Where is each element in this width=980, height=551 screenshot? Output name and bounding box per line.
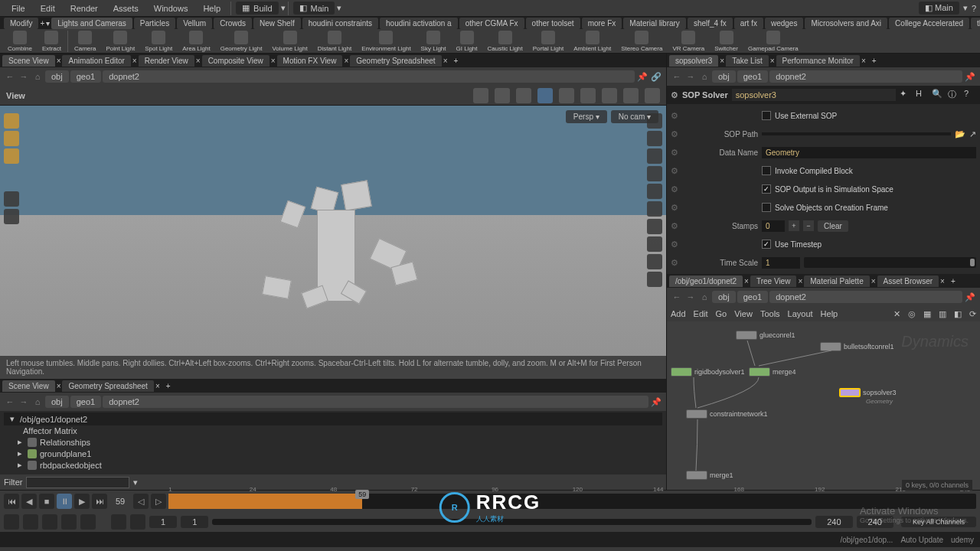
range-icon[interactable] — [61, 514, 77, 530]
tool-skylight[interactable]: Sky Light — [417, 30, 450, 53]
checkbox-sop-sim[interactable]: ✓ — [762, 184, 771, 194]
tool-combine[interactable]: Combine — [4, 30, 36, 53]
current-frame[interactable]: 59 — [109, 495, 131, 507]
desktop-dropdown[interactable]: ▦ Build — [236, 2, 278, 15]
node-sopsolver[interactable]: sopsolver3 — [839, 388, 897, 397]
crumb-dopnet2[interactable]: dopnet2 — [769, 70, 962, 83]
vtool-icon[interactable] — [647, 201, 662, 217]
crumb-geo1[interactable]: geo1 — [737, 70, 768, 83]
forward-icon[interactable]: → — [18, 70, 30, 83]
tab-animeditor[interactable]: Animation Editor — [62, 55, 130, 67]
vh-icon[interactable] — [473, 88, 488, 103]
tab-geospread[interactable]: Geometry Spreadsheet — [62, 380, 153, 392]
tool-gamepad[interactable]: Gamepad Camera — [744, 30, 802, 53]
forward-icon[interactable]: → — [18, 396, 30, 408]
scene-dropdown[interactable]: ◧ Main — [919, 2, 959, 15]
back-icon[interactable]: ← — [671, 70, 683, 83]
net-icon[interactable]: ◧ — [954, 309, 962, 319]
tab-compositeview[interactable]: Composite View — [202, 55, 270, 67]
crumb-obj[interactable]: obj — [712, 70, 736, 83]
net-layout[interactable]: Layout — [788, 309, 813, 318]
pin-icon[interactable]: 📌 — [964, 70, 976, 83]
camera-dropdown[interactable]: No cam ▾ — [611, 110, 658, 123]
forward-icon[interactable]: → — [684, 291, 697, 303]
vh-icon[interactable] — [580, 88, 596, 103]
vh-icon[interactable] — [559, 88, 574, 103]
input-stamps[interactable]: 0 — [762, 220, 785, 232]
link-icon[interactable]: 🔗 — [650, 70, 662, 83]
node-merge1[interactable]: merge1 — [686, 471, 733, 480]
first-frame-button[interactable]: ⏮ — [4, 494, 19, 509]
vh-icon[interactable] — [602, 88, 617, 103]
node-glueconrel[interactable]: glueconrel1 — [736, 331, 795, 340]
home-icon[interactable]: ⌂ — [31, 70, 44, 83]
checkbox-use-external[interactable] — [762, 111, 771, 120]
chevron-down-icon[interactable]: ▾ — [133, 478, 138, 487]
gear-icon[interactable]: ⚙ — [671, 221, 681, 231]
filter-input[interactable] — [26, 477, 129, 488]
tab-assetbrowser[interactable]: Asset Browser — [877, 276, 939, 287]
stop-button[interactable]: ■ — [39, 494, 54, 509]
range-track[interactable] — [212, 519, 812, 525]
menu-assets[interactable]: Assets — [106, 2, 146, 15]
home-icon[interactable]: ⌂ — [698, 291, 710, 303]
jump-icon[interactable]: ↗ — [969, 129, 976, 139]
shelf-tab[interactable]: more Fx — [582, 18, 622, 29]
tool-distantlight[interactable]: Distant Light — [314, 30, 355, 53]
shelf-tab[interactable]: other toolset — [526, 18, 580, 29]
gear-icon[interactable] — [645, 88, 660, 103]
tool-ambientlight[interactable]: Ambient Light — [570, 30, 615, 53]
tool-geolight[interactable]: Geometry Light — [217, 30, 266, 53]
vh-icon[interactable] — [495, 88, 510, 103]
shelf-tab[interactable]: Microsolvers and Axi — [805, 18, 887, 29]
timeline-marker[interactable]: 59 — [355, 490, 369, 499]
tool-stereocam[interactable]: Stereo Camera — [617, 30, 666, 53]
tool-causticlight[interactable]: Caustic Light — [484, 30, 527, 53]
tab-geospread[interactable]: Geometry Spreadsheet — [350, 55, 441, 67]
net-icon[interactable]: ◎ — [908, 309, 916, 319]
open-icon[interactable]: 📂 — [955, 129, 965, 139]
back-icon[interactable]: ← — [671, 291, 683, 303]
range-icon[interactable] — [42, 514, 57, 530]
gear-icon[interactable]: ⚙ — [671, 184, 681, 194]
tool-volumelight[interactable]: Volume Light — [268, 30, 311, 53]
chevron-down-icon[interactable]: ▾ — [281, 3, 286, 13]
vtool-icon[interactable] — [647, 236, 662, 252]
crumb-obj[interactable]: obj — [45, 396, 69, 408]
tab-takelist[interactable]: Take List — [726, 55, 768, 67]
checkbox-invoke[interactable] — [762, 166, 771, 175]
shelf-tab[interactable]: shelf_4 fx — [688, 18, 733, 29]
tool-envlight[interactable]: Environment Light — [358, 30, 414, 53]
net-add[interactable]: Add — [671, 309, 686, 318]
net-icon[interactable]: ▥ — [939, 309, 946, 319]
crumb-dopnet2[interactable]: dopnet2 — [769, 291, 962, 303]
menu-file[interactable]: File — [4, 2, 33, 15]
info-icon[interactable]: ⓘ — [948, 89, 960, 101]
gear-icon[interactable]: ⚙ — [671, 258, 681, 268]
back-icon[interactable]: ← — [4, 396, 16, 408]
crumb-geo1[interactable]: geo1 — [70, 396, 101, 408]
vh-icon[interactable] — [623, 88, 639, 103]
play-button[interactable]: ⏸ — [57, 494, 72, 509]
forward-icon[interactable]: → — [684, 70, 697, 83]
net-icon[interactable]: ⟳ — [969, 309, 976, 319]
tab-motionfx[interactable]: Motion FX View — [277, 55, 343, 67]
crumb-geo1[interactable]: geo1 — [737, 291, 768, 303]
tree-item[interactable]: ▸groundplane1 — [4, 448, 662, 459]
vh-icon[interactable] — [537, 88, 553, 103]
node-merge4[interactable]: merge4 — [749, 367, 796, 377]
star-icon[interactable]: ✦ — [900, 89, 912, 101]
shelf-tab[interactable]: other CGMA Fx — [459, 18, 524, 29]
node-rigidbody[interactable]: rigidbodysolver1 — [671, 367, 745, 377]
range-end[interactable]: 240 — [815, 516, 852, 528]
tree-item[interactable]: ▸Relationships — [4, 436, 662, 448]
tab-sceneview[interactable]: Scene View — [2, 380, 55, 392]
viewport[interactable]: Persp ▾ No cam ▾ Left mouse tumbles. Mid… — [0, 106, 666, 379]
tab-netpath[interactable]: /obj/geo1/dopnet2 — [669, 276, 743, 287]
range-start[interactable]: 1 — [149, 516, 177, 528]
persp-dropdown[interactable]: Persp ▾ — [566, 110, 607, 123]
plus-icon[interactable]: + — [40, 19, 44, 28]
help-icon[interactable]: ? — [964, 89, 976, 101]
shelf-tab[interactable]: houdini constraints — [302, 18, 378, 29]
vtool-icon[interactable] — [647, 272, 662, 287]
